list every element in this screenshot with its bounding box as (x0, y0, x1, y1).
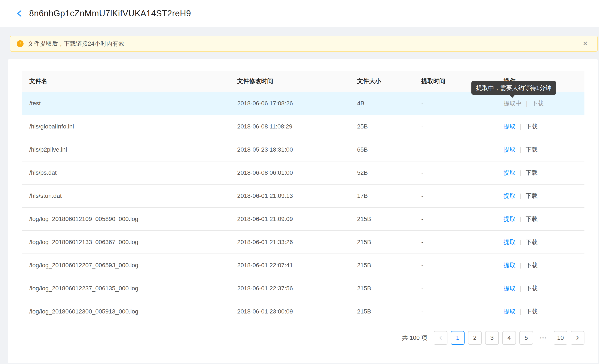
page-button[interactable]: 10 (554, 331, 567, 345)
file-size-cell: 17B (357, 185, 421, 207)
warning-icon: ! (17, 40, 24, 47)
download-link[interactable]: 下载 (526, 261, 537, 269)
table-row: /log/log_201806012133_006367_000.log2018… (22, 231, 584, 254)
table-row: /hls/globalInfo.ini2018-06-08 11:08:2925… (22, 115, 584, 138)
extract-link[interactable]: 提取 (503, 123, 516, 131)
prev-page-button[interactable]: ‹ (434, 331, 448, 345)
chevron-left-icon (15, 9, 24, 18)
modified-time-cell: 2018-06-01 21:09:13 (237, 185, 357, 207)
download-link[interactable]: 下载 (526, 308, 537, 316)
extract-time-cell: - (421, 277, 503, 300)
file-size-cell: 25B (357, 115, 421, 138)
actions-cell: 提取|下载 (503, 115, 584, 138)
modified-time-cell: 2018-06-06 17:08:26 (237, 92, 357, 115)
modified-time-cell: 2018-06-01 22:07:41 (237, 254, 357, 277)
file-name-cell: /log/log_201806012237_006135_000.log (22, 277, 237, 300)
file-size-cell: 215B (357, 231, 421, 254)
table-row: /log/log_201806012207_006593_000.log2018… (22, 254, 584, 277)
page-button[interactable]: 4 (502, 331, 516, 345)
actions-cell: 提取|下载 (503, 231, 584, 254)
modified-time-cell: 2018-06-01 22:37:56 (237, 277, 357, 300)
modified-time-cell: 2018-06-01 21:33:26 (237, 231, 357, 254)
table-row: /log/log_201806012237_006135_000.log2018… (22, 277, 584, 300)
pagination: 共 100 项 ‹12345•••10› (402, 331, 584, 345)
action-divider: | (520, 308, 521, 315)
file-table: 文件名文件修改时间文件大小提取时间操作 /test2018-06-06 17:0… (22, 71, 584, 323)
column-header: 文件大小 (357, 71, 421, 92)
alert-banner: ! 文件提取后，下载链接24小时内有效 ✕ (10, 36, 598, 52)
modified-time-cell: 2018-06-01 21:09:09 (237, 208, 357, 231)
file-name-cell: /hls/ps.dat (22, 161, 237, 184)
file-name-cell: /log/log_201806012300_005913_000.log (22, 300, 237, 323)
extract-link[interactable]: 提取 (503, 215, 516, 223)
close-icon[interactable]: ✕ (582, 40, 588, 47)
chevron-right-icon: › (576, 333, 579, 342)
extract-link: 提取中 (503, 99, 521, 107)
file-name-cell: /log/log_201806012207_006593_000.log (22, 254, 237, 277)
table-row: /hls/ps.dat2018-06-08 06:01:0052B-提取|下载 (22, 161, 584, 185)
actions-cell: 提取|下载 (503, 138, 584, 161)
page-button[interactable]: 2 (468, 331, 482, 345)
modified-time-cell: 2018-06-08 11:08:29 (237, 115, 357, 138)
download-link[interactable]: 下载 (526, 192, 537, 200)
modified-time-cell: 2018-06-08 06:01:00 (237, 161, 357, 184)
next-page-button[interactable]: › (571, 331, 584, 345)
extract-link[interactable]: 提取 (503, 308, 516, 316)
alert-message: 文件提取后，下载链接24小时内有效 (28, 40, 124, 48)
extract-link[interactable]: 提取 (503, 284, 516, 293)
back-button[interactable] (15, 9, 24, 18)
page-button[interactable]: 1 (451, 331, 465, 345)
actions-cell: 提取|下载 (503, 161, 584, 184)
download-link[interactable]: 下载 (526, 238, 537, 246)
download-link[interactable]: 下载 (526, 123, 537, 131)
file-size-cell: 4B (357, 92, 421, 115)
file-size-cell: 52B (357, 161, 421, 184)
column-header: 文件修改时间 (237, 71, 357, 92)
download-link[interactable]: 下载 (526, 146, 537, 154)
table-body: /test2018-06-06 17:08:264B-提取中|下载/hls/gl… (22, 92, 584, 323)
file-size-cell: 215B (357, 208, 421, 231)
download-link[interactable]: 下载 (526, 169, 537, 177)
table-row: /hls/stun.dat2018-06-01 21:09:1317B-提取|下… (22, 185, 584, 208)
pagination-ellipsis: ••• (537, 331, 550, 345)
extract-link[interactable]: 提取 (503, 192, 516, 200)
file-name-cell: /log/log_201806012109_005890_000.log (22, 208, 237, 231)
file-name-cell: /hls/globalInfo.ini (22, 115, 237, 138)
extract-time-cell: - (421, 231, 503, 254)
file-size-cell: 215B (357, 277, 421, 300)
extract-link[interactable]: 提取 (503, 238, 516, 246)
extract-link[interactable]: 提取 (503, 169, 516, 177)
actions-cell: 提取|下载 (503, 208, 584, 231)
extract-time-cell: - (421, 254, 503, 277)
file-size-cell: 215B (357, 254, 421, 277)
download-link[interactable]: 下载 (526, 284, 537, 293)
table-row: /log/log_201806012109_005890_000.log2018… (22, 208, 584, 231)
extract-link[interactable]: 提取 (503, 261, 516, 269)
total-count: 共 100 项 (402, 334, 427, 342)
action-divider: | (520, 169, 521, 176)
download-link[interactable]: 下载 (526, 215, 537, 223)
actions-cell: 提取|下载 (503, 185, 584, 207)
action-divider: | (520, 123, 521, 130)
file-name-cell: /test (22, 92, 237, 115)
page-title: 8n6nhGp1cZnMmU7lKifVUKA14ST2reH9 (29, 9, 191, 18)
file-size-cell: 215B (357, 300, 421, 323)
table-row: /log/log_201806012300_005913_000.log2018… (22, 300, 584, 323)
page-button[interactable]: 5 (519, 331, 533, 345)
extract-link[interactable]: 提取 (503, 146, 516, 154)
action-divider: | (520, 146, 521, 153)
file-name-cell: /log/log_201806012133_006367_000.log (22, 231, 237, 254)
modified-time-cell: 2018-05-23 18:31:00 (237, 138, 357, 161)
action-divider: | (520, 262, 521, 269)
action-divider: | (520, 239, 521, 246)
action-divider: | (520, 193, 521, 199)
page-button[interactable]: 3 (485, 331, 499, 345)
extract-time-cell: - (421, 300, 503, 323)
action-divider: | (526, 100, 527, 107)
actions-cell: 提取中|下载 (503, 92, 584, 115)
tooltip: 提取中，需要大约等待1分钟 (471, 81, 556, 95)
pager-items: ‹12345•••10› (434, 331, 584, 345)
download-link: 下载 (532, 99, 544, 107)
extract-time-cell: - (421, 185, 503, 207)
table-row: /test2018-06-06 17:08:264B-提取中|下载 (22, 92, 584, 115)
